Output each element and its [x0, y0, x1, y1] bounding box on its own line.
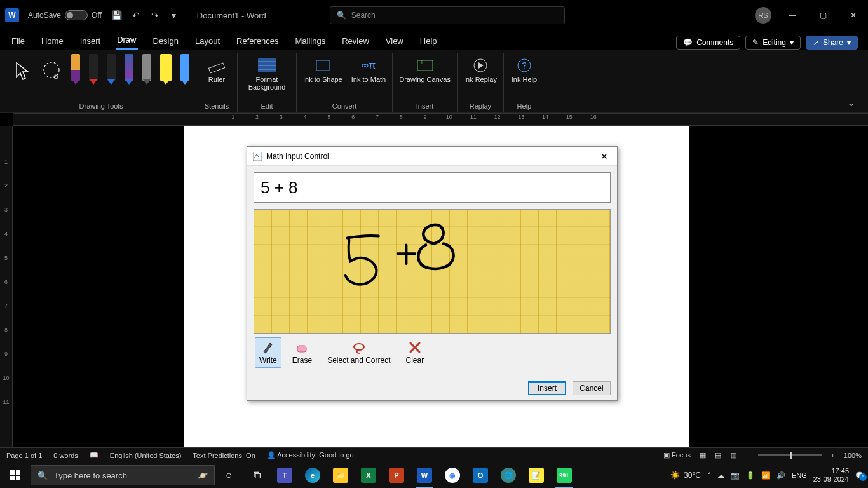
horizontal-ruler[interactable]: 12345678910111213141516 [13, 113, 868, 126]
customize-qat-icon[interactable]: ▾ [169, 10, 179, 20]
math-input-toolbar: Write Erase Select and Correct Clear [254, 334, 611, 369]
ink-replay-button[interactable]: Ink Replay [464, 54, 497, 83]
cursor-icon [13, 60, 32, 82]
user-avatar[interactable]: RS [755, 7, 771, 24]
drawing-canvas-button[interactable]: + Drawing Canvas [399, 54, 451, 83]
battery-icon[interactable]: 🔋 [746, 471, 755, 480]
cancel-button[interactable]: Cancel [573, 381, 611, 395]
format-background-button[interactable]: Format Background [244, 54, 290, 91]
highlighter-yellow[interactable] [160, 54, 172, 81]
tab-help[interactable]: Help [419, 34, 438, 50]
volume-icon[interactable]: 🔊 [776, 471, 785, 480]
pen-sparkle[interactable] [180, 54, 189, 81]
file-explorer-icon[interactable]: 📁 [327, 463, 355, 488]
lasso-tool[interactable] [41, 54, 62, 85]
language-status[interactable]: English (United States) [110, 452, 182, 459]
tab-review[interactable]: Review [341, 34, 370, 50]
handwriting-canvas[interactable] [254, 209, 611, 334]
clear-tool[interactable]: Clear [402, 337, 429, 368]
accessibility-status[interactable]: 👤 Accessibility: Good to go [267, 451, 354, 459]
meet-now-icon[interactable]: 📷 [731, 471, 740, 480]
spellcheck-icon[interactable]: 📖 [90, 451, 98, 459]
collapse-ribbon-button[interactable]: ⌄ [841, 93, 862, 112]
start-button[interactable] [0, 463, 31, 488]
ink-to-shape-button[interactable]: Ink to Shape [303, 54, 342, 83]
word-count[interactable]: 0 words [53, 452, 78, 459]
ribbon-tabs: File Home Insert Draw Design Layout Refe… [0, 30, 868, 50]
undo-icon[interactable]: ↶ [131, 10, 141, 20]
select-correct-tool[interactable]: Select and Correct [323, 337, 395, 368]
page-status[interactable]: Page 1 of 1 [6, 452, 42, 459]
tab-view[interactable]: View [384, 34, 405, 50]
maximize-button[interactable]: ▢ [813, 6, 832, 25]
ink-help-button[interactable]: ? Ink Help [510, 54, 538, 83]
wifi-icon[interactable]: 📶 [761, 471, 770, 480]
tab-insert[interactable]: Insert [79, 34, 102, 50]
group-label: Stencils [205, 102, 229, 112]
minimize-button[interactable]: — [783, 6, 802, 25]
pen-blue[interactable] [107, 54, 116, 81]
ink-to-math-button[interactable]: ∞π Ink to Math [351, 54, 386, 83]
outlook-icon[interactable]: O [466, 463, 494, 488]
save-icon[interactable]: 💾 [112, 10, 122, 20]
text-predictions-status[interactable]: Text Predictions: On [193, 452, 255, 459]
sticky-notes-icon[interactable]: 📝 [522, 463, 550, 488]
focus-mode-button[interactable]: ▣ Focus [663, 451, 691, 459]
browser-icon[interactable]: 🌐 [494, 463, 522, 488]
dialog-close-button[interactable]: ✕ [597, 149, 612, 164]
web-layout-icon[interactable]: ▥ [730, 451, 736, 459]
zoom-level[interactable]: 100% [844, 452, 862, 459]
tab-home[interactable]: Home [40, 34, 65, 50]
pencil-tool[interactable] [142, 54, 151, 81]
teams-icon[interactable]: T [271, 463, 299, 488]
editing-mode-button[interactable]: ✎Editing▾ [745, 36, 801, 50]
pen-galaxy[interactable] [125, 54, 133, 81]
group-label: Insert [416, 102, 434, 112]
word-icon[interactable]: W [410, 463, 438, 488]
dialog-titlebar[interactable]: Math Input Control ✕ [247, 147, 617, 166]
ruler-button[interactable]: Ruler [203, 54, 231, 83]
search-box[interactable]: 🔍 Search [330, 6, 565, 24]
notifications-icon[interactable]: 💬6 [855, 471, 864, 480]
zoom-slider[interactable] [758, 454, 822, 456]
vertical-ruler[interactable]: 1234567891011 [0, 126, 13, 450]
insert-button[interactable]: Insert [528, 381, 566, 395]
tab-file[interactable]: File [10, 34, 26, 50]
tab-references[interactable]: References [235, 34, 280, 50]
erase-tool[interactable]: Erase [288, 337, 316, 368]
tab-mailings[interactable]: Mailings [294, 34, 327, 50]
share-button[interactable]: ↗Share▾ [806, 36, 858, 50]
autosave-toggle[interactable]: AutoSave Off [28, 10, 102, 20]
taskbar-search[interactable]: 🔍 Type here to search 🪐 [31, 465, 215, 485]
chrome-icon[interactable]: ◉ [438, 463, 466, 488]
tab-design[interactable]: Design [152, 34, 180, 50]
edge-icon[interactable]: e [299, 463, 327, 488]
weather-widget[interactable]: ☀️30°C [670, 471, 701, 480]
print-layout-icon[interactable]: ▤ [715, 451, 721, 459]
comments-button[interactable]: 💬Comments [676, 36, 740, 50]
tray-overflow-icon[interactable]: ˄ [707, 471, 711, 480]
language-indicator[interactable]: ENG [792, 471, 807, 479]
redo-icon[interactable]: ↷ [150, 10, 160, 20]
whatsapp-icon[interactable]: 99+ [550, 463, 578, 488]
pen-red[interactable] [89, 54, 98, 81]
task-view-icon[interactable]: ⧉ [243, 463, 271, 488]
cortana-icon[interactable]: ○ [215, 463, 243, 488]
select-tool[interactable] [13, 54, 32, 85]
tab-draw[interactable]: Draw [116, 32, 137, 50]
write-tool[interactable]: Write [255, 337, 281, 368]
svg-text:+: + [420, 58, 424, 65]
read-mode-icon[interactable]: ▦ [700, 451, 706, 459]
powerpoint-icon[interactable]: P [383, 463, 410, 488]
onedrive-icon[interactable]: ☁ [717, 471, 724, 480]
pen-orange[interactable] [71, 54, 80, 81]
excel-icon[interactable]: X [355, 463, 383, 488]
group-label: Convert [332, 102, 357, 112]
svg-rect-4 [316, 60, 329, 71]
close-button[interactable]: ✕ [844, 6, 863, 25]
zoom-in-button[interactable]: + [831, 452, 834, 459]
autosave-state: Off [92, 11, 102, 20]
zoom-out-button[interactable]: − [745, 452, 749, 459]
clock[interactable]: 17:45 23-09-2024 [813, 467, 849, 484]
tab-layout[interactable]: Layout [194, 34, 221, 50]
